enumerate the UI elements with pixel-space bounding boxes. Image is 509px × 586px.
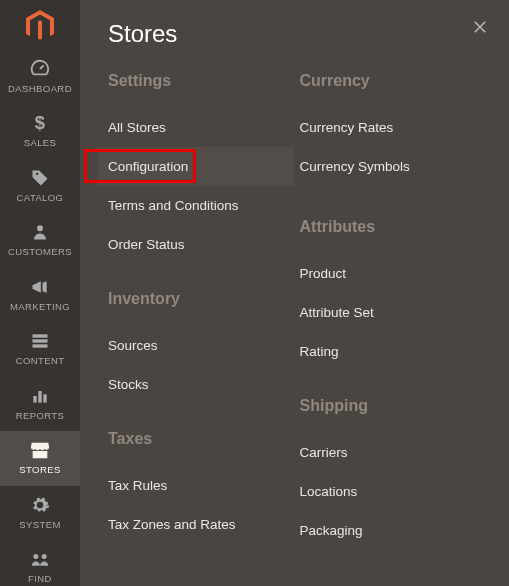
- menu-attribute-set[interactable]: Attribute Set: [300, 293, 482, 332]
- section-title: Attributes: [300, 218, 482, 236]
- section-inventory: Inventory Sources Stocks: [108, 290, 290, 404]
- stores-panel: Stores Settings All Stores Configuration…: [80, 0, 509, 586]
- section-currency: Currency Currency Rates Currency Symbols: [300, 72, 482, 186]
- panel-columns: Settings All Stores Configuration Terms …: [108, 72, 481, 576]
- panel-title: Stores: [108, 0, 481, 72]
- nav-label: FIND PARTNERS & EXTENSIONS: [2, 574, 78, 586]
- nav-label: CATALOG: [17, 193, 64, 203]
- svg-point-8: [33, 554, 38, 559]
- nav-catalog[interactable]: CATALOG: [0, 159, 80, 213]
- menu-sources[interactable]: Sources: [108, 326, 290, 365]
- menu-locations[interactable]: Locations: [300, 472, 482, 511]
- nav-label: SALES: [24, 138, 57, 148]
- menu-tax-rules[interactable]: Tax Rules: [108, 466, 290, 505]
- nav-label: MARKETING: [10, 302, 70, 312]
- section-settings: Settings All Stores Configuration Terms …: [108, 72, 290, 264]
- section-title: Shipping: [300, 397, 482, 415]
- svg-rect-2: [33, 335, 48, 338]
- nav-label: CUSTOMERS: [8, 247, 72, 257]
- menu-product[interactable]: Product: [300, 254, 482, 293]
- nav-marketing[interactable]: MARKETING: [0, 268, 80, 322]
- menu-carriers[interactable]: Carriers: [300, 433, 482, 472]
- menu-order-status[interactable]: Order Status: [108, 225, 290, 264]
- menu-all-stores[interactable]: All Stores: [108, 108, 290, 147]
- menu-tax-zones-rates[interactable]: Tax Zones and Rates: [108, 505, 290, 544]
- column-left: Settings All Stores Configuration Terms …: [108, 72, 290, 576]
- section-taxes: Taxes Tax Rules Tax Zones and Rates: [108, 430, 290, 544]
- section-title: Taxes: [108, 430, 290, 448]
- gear-icon: [30, 494, 50, 516]
- partners-icon: [30, 548, 50, 570]
- nav-stores[interactable]: STORES: [0, 431, 80, 485]
- section-title: Settings: [108, 72, 290, 90]
- tag-icon: [30, 167, 50, 189]
- bar-chart-icon: [30, 385, 50, 407]
- megaphone-icon: [30, 276, 50, 298]
- nav-content[interactable]: CONTENT: [0, 322, 80, 376]
- menu-terms-conditions[interactable]: Terms and Conditions: [108, 186, 290, 225]
- section-title: Inventory: [108, 290, 290, 308]
- svg-point-9: [42, 554, 47, 559]
- nav-system[interactable]: SYSTEM: [0, 486, 80, 540]
- nav-label: REPORTS: [16, 411, 65, 421]
- menu-packaging[interactable]: Packaging: [300, 511, 482, 550]
- nav-label: DASHBOARD: [8, 84, 72, 94]
- section-shipping: Shipping Carriers Locations Packaging: [300, 397, 482, 550]
- admin-sidebar: DASHBOARD $ SALES CATALOG CUSTOMERS MARK…: [0, 0, 80, 586]
- nav-dashboard[interactable]: DASHBOARD: [0, 50, 80, 104]
- nav-reports[interactable]: REPORTS: [0, 377, 80, 431]
- layers-icon: [30, 330, 50, 352]
- nav-sales[interactable]: $ SALES: [0, 104, 80, 158]
- magento-logo[interactable]: [26, 0, 54, 50]
- menu-rating[interactable]: Rating: [300, 332, 482, 371]
- nav-label: SYSTEM: [19, 520, 60, 530]
- store-icon: [29, 439, 51, 461]
- nav-customers[interactable]: CUSTOMERS: [0, 213, 80, 267]
- close-button[interactable]: [471, 18, 489, 40]
- gauge-icon: [29, 58, 51, 80]
- svg-rect-6: [38, 391, 41, 403]
- dollar-icon: $: [30, 112, 50, 134]
- menu-stocks[interactable]: Stocks: [108, 365, 290, 404]
- nav-label: STORES: [19, 465, 60, 475]
- svg-rect-7: [43, 394, 46, 402]
- menu-currency-symbols[interactable]: Currency Symbols: [300, 147, 482, 186]
- menu-link-label: Configuration: [108, 159, 188, 174]
- menu-configuration[interactable]: Configuration: [98, 147, 294, 186]
- section-title: Currency: [300, 72, 482, 90]
- person-icon: [31, 221, 49, 243]
- svg-rect-3: [33, 340, 48, 343]
- svg-text:$: $: [35, 112, 46, 133]
- nav-partners[interactable]: FIND PARTNERS & EXTENSIONS: [0, 540, 80, 586]
- svg-point-1: [37, 226, 43, 232]
- menu-currency-rates[interactable]: Currency Rates: [300, 108, 482, 147]
- svg-rect-4: [33, 345, 48, 348]
- svg-rect-5: [33, 396, 36, 403]
- section-attributes: Attributes Product Attribute Set Rating: [300, 218, 482, 371]
- column-right: Currency Currency Rates Currency Symbols…: [300, 72, 482, 576]
- nav-label: CONTENT: [16, 356, 65, 366]
